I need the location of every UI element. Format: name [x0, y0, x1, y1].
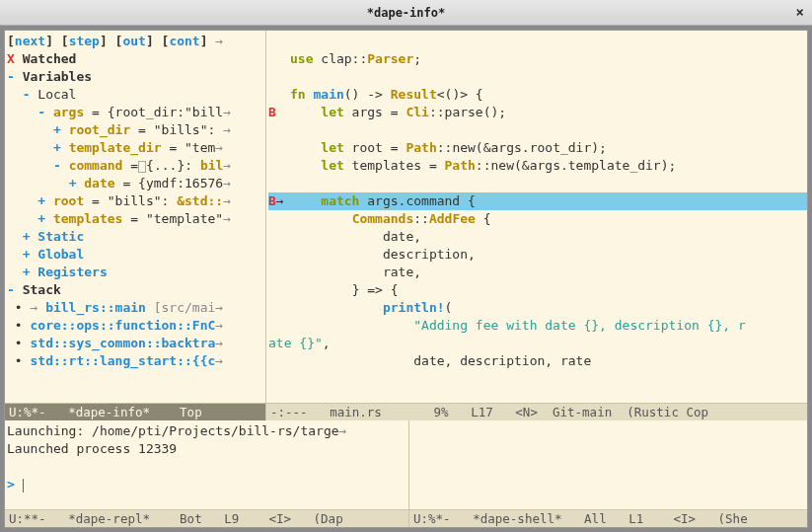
dape-info-modeline: U:%*- *dape-info* Top: [5, 403, 265, 420]
command-collapse[interactable]: -: [53, 158, 61, 173]
kw-let: let: [321, 105, 343, 119]
src-text: templates =: [344, 158, 445, 173]
repl-buffer[interactable]: Launching: /home/pti/Projects/bill-rs/ta…: [5, 420, 408, 509]
src-text: ::: [413, 211, 429, 226]
stack-frame-0[interactable]: bill_rs::main: [45, 300, 146, 315]
src-type: Result: [391, 87, 437, 102]
src-text: ;: [413, 51, 421, 66]
kw-let: let: [321, 140, 343, 155]
var-root-val: = "bills":: [92, 193, 177, 208]
watched-x-icon[interactable]: X: [7, 51, 15, 66]
stack-frame-2[interactable]: std::sys_common::backtra: [30, 336, 215, 350]
cont-button[interactable]: cont: [169, 34, 199, 48]
out-button[interactable]: out: [122, 34, 145, 48]
src-type: Commands: [352, 211, 414, 226]
src-text: args =: [344, 105, 406, 119]
stack-collapse[interactable]: -: [7, 282, 15, 297]
stack-frame-0-loc: [src/mai: [154, 300, 216, 315]
src-text: <()> {: [437, 87, 483, 102]
src-text: date,: [383, 229, 421, 244]
src-text: description,: [383, 247, 476, 262]
var-root-dir: root_dir: [69, 122, 131, 137]
src-type: Cli: [406, 105, 428, 119]
scope-local: Local: [37, 87, 76, 102]
shell-buffer[interactable]: [409, 420, 807, 509]
src-text: ::new(&args.template_dir);: [476, 158, 677, 173]
watched-heading: Watched: [23, 51, 77, 66]
src-text: ::parse();: [429, 105, 506, 119]
src-type: AddFee: [429, 211, 476, 226]
var-template-dir: template_dir: [69, 140, 162, 155]
step-button[interactable]: step: [69, 34, 100, 48]
repl-prompt: >: [7, 477, 15, 492]
source-pane: use clap::Parser; fn main() -> Result<()…: [266, 31, 807, 420]
var-date-val: = {ymdf:16576: [122, 176, 223, 190]
src-text: {: [476, 211, 491, 226]
registers-expand[interactable]: +: [23, 265, 31, 279]
var-template-dir-val: = "tem: [169, 140, 215, 155]
var-command: command: [69, 158, 123, 173]
fn-main: main: [306, 87, 344, 102]
dape-info-buffer[interactable]: [next] [step] [out] [cont] → X Watched -…: [5, 31, 265, 403]
window-title: *dape-info*: [367, 6, 445, 20]
stack-frame-3[interactable]: std::rt::lang_start::{{c: [30, 353, 215, 368]
date-expand[interactable]: +: [69, 176, 77, 190]
kw-let: let: [321, 158, 343, 173]
var-command-type: bil: [200, 158, 223, 173]
src-text: date, description, rate: [413, 353, 591, 368]
cursor-icon: [23, 479, 24, 493]
repl-launching: Launching: /home/pti/Projects/bill-rs/ta…: [7, 423, 339, 438]
var-templates: templates: [53, 211, 122, 226]
src-text: rate,: [383, 265, 421, 279]
src-type: Path: [406, 140, 436, 155]
scope-global: Global: [37, 247, 84, 262]
stack-frame-1[interactable]: core::ops::function::FnC: [30, 318, 215, 333]
repl-pane: Launching: /home/pti/Projects/bill-rs/ta…: [5, 420, 409, 527]
variables-heading: Variables: [23, 69, 92, 84]
src-type: Parser: [367, 51, 413, 66]
shell-pane: U:%*- *dape-shell* All L1 <I> (She: [409, 420, 807, 527]
shell-modeline: U:%*- *dape-shell* All L1 <I> (She: [409, 509, 807, 527]
src-text: (: [445, 300, 453, 315]
args-collapse[interactable]: -: [37, 105, 45, 119]
local-collapse[interactable]: -: [23, 87, 31, 102]
macro-println: println!: [383, 300, 445, 315]
rootdir-expand[interactable]: +: [53, 122, 61, 137]
src-text: ,: [323, 336, 331, 350]
source-modeline: -:--- main.rs 9% L17 <N> Git-main (Rusti…: [266, 403, 807, 420]
src-text: } => {: [352, 282, 399, 297]
src-text: ::new(&args.root_dir);: [437, 140, 607, 155]
breakpoint-current[interactable]: B: [268, 193, 276, 208]
var-date: date: [84, 176, 114, 190]
var-root-dir-val: = "bills":: [138, 122, 223, 137]
emacs-frame: [next] [step] [out] [cont] → X Watched -…: [4, 30, 808, 528]
var-args-val: = {root_dir:"bill: [92, 105, 223, 119]
variables-collapse[interactable]: -: [7, 69, 15, 84]
next-button[interactable]: next: [15, 34, 45, 48]
global-expand[interactable]: +: [23, 247, 31, 262]
var-root: root: [53, 193, 84, 208]
var-command-val: {...}:: [146, 158, 200, 173]
source-buffer[interactable]: use clap::Parser; fn main() -> Result<()…: [266, 31, 807, 403]
stack-heading: Stack: [23, 282, 61, 297]
scope-registers: Registers: [37, 265, 107, 279]
templates-expand[interactable]: +: [37, 211, 45, 226]
frame-arrow-icon: →: [30, 300, 37, 315]
kw-use: use: [290, 51, 313, 66]
box-icon: [138, 161, 146, 173]
window-titlebar: *dape-info* ×: [0, 0, 812, 26]
breakpoint-marker[interactable]: B: [268, 105, 276, 119]
static-expand[interactable]: +: [23, 229, 31, 244]
var-root-type: &std::: [177, 193, 223, 208]
root-expand[interactable]: +: [37, 193, 45, 208]
scope-static: Static: [37, 229, 84, 244]
src-string: "Adding fee with date {}, description {}…: [413, 318, 746, 333]
var-templates-val: = "template": [130, 211, 223, 226]
src-text: () ->: [344, 87, 391, 102]
templatedir-expand[interactable]: +: [53, 140, 61, 155]
close-icon[interactable]: ×: [796, 4, 804, 20]
repl-modeline: U:**- *dape-repl* Bot L9 <I> (Dap: [5, 509, 408, 527]
src-type: Path: [445, 158, 476, 173]
src-text: args.command {: [359, 193, 475, 208]
dape-info-pane: [next] [step] [out] [cont] → X Watched -…: [5, 31, 266, 420]
